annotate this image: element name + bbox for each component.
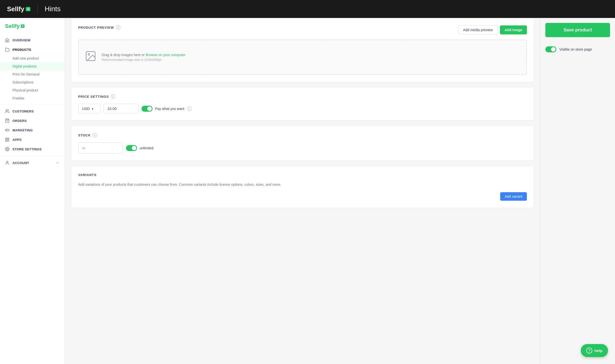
visible-on-store-label: Visible on store page <box>559 47 592 51</box>
account-chevron-icon <box>56 161 60 165</box>
help-button[interactable]: ? Help <box>581 344 608 357</box>
svg-point-10 <box>88 54 90 55</box>
sidebar-item-store-settings[interactable]: Store Settings <box>0 144 65 154</box>
currency-value: USD <box>82 106 90 111</box>
topbar-logo-badge: S <box>26 7 30 11</box>
toggle-thumb-unlimited <box>132 146 136 150</box>
sidebar-logo: Sellfy S <box>0 23 65 35</box>
pay-what-you-want-toggle[interactable] <box>142 106 153 112</box>
sub-nav-products: Add new product Digital products Print O… <box>0 54 65 102</box>
sidebar-overview-label: Overview <box>12 38 30 42</box>
price-row: USD Pay what you want i <box>78 104 527 113</box>
stock-row: unlimited <box>78 142 527 154</box>
sidebar: Sellfy S Overview Products Add new produ… <box>0 18 65 364</box>
topbar-logo: Sellfy S <box>7 5 30 13</box>
visible-on-store-row: Visible on store page <box>545 42 610 52</box>
visible-on-store-toggle[interactable] <box>545 46 556 52</box>
sidebar-item-orders[interactable]: Orders <box>0 116 65 125</box>
help-label: Help <box>594 349 603 353</box>
stock-input[interactable] <box>78 142 123 154</box>
topbar-logo-text: Sellfy <box>7 5 24 13</box>
stock-info-icon[interactable]: i <box>93 133 97 137</box>
marketing-icon <box>5 128 9 132</box>
variants-description: Add variations of your products that cus… <box>78 182 527 187</box>
stock-title: STOCK i <box>78 133 527 137</box>
price-input[interactable] <box>104 104 139 113</box>
preview-header: PRODUCT PREVIEW i Add media preview Add … <box>78 25 527 35</box>
preview-buttons: Add media preview Add image <box>458 25 527 34</box>
svg-rect-4 <box>8 138 9 139</box>
pay-what-you-want-info-icon[interactable]: i <box>187 106 191 111</box>
right-panel: Save product Visible on store page <box>540 18 615 364</box>
orders-icon <box>5 118 9 123</box>
currency-select[interactable]: USD <box>78 104 101 113</box>
layout: Sellfy S Overview Products Add new produ… <box>0 18 615 364</box>
sidebar-store-settings-label: Store Settings <box>12 147 42 151</box>
sidebar-item-print-on-demand[interactable]: Print On Demand <box>0 70 65 78</box>
store-settings-icon <box>5 147 9 151</box>
upload-text: Drag & drop images here or Browse on you… <box>102 53 185 57</box>
home-icon <box>5 38 9 42</box>
svg-marker-2 <box>5 129 7 132</box>
sidebar-account-label: Account <box>12 161 29 165</box>
sidebar-item-freebie[interactable]: Freebie <box>0 94 65 102</box>
nav-divider-2 <box>0 156 65 156</box>
nav-divider-1 <box>0 104 65 104</box>
price-settings-info-icon[interactable]: i <box>111 94 115 99</box>
sidebar-logo-text: Sellfy <box>5 23 20 29</box>
browse-link[interactable]: Browse on your computer <box>146 53 186 57</box>
toggle-thumb <box>147 106 152 111</box>
sidebar-item-subscriptions[interactable]: Subscriptions <box>0 78 65 86</box>
svg-point-8 <box>6 161 8 163</box>
sidebar-apps-label: Apps <box>12 138 21 142</box>
visible-toggle-thumb <box>551 47 556 52</box>
unlimited-toggle[interactable] <box>126 145 137 151</box>
currency-chevron-icon <box>92 106 93 111</box>
upload-area[interactable]: Drag & drop images here or Browse on you… <box>78 40 527 75</box>
price-settings-card: PRICE SETTINGS i USD Pay what you want i <box>71 87 534 121</box>
svg-rect-5 <box>8 140 9 141</box>
sidebar-item-digital-products[interactable]: Digital products <box>0 62 65 70</box>
save-product-button[interactable]: Save product <box>545 23 610 37</box>
sidebar-logo-badge: S <box>21 24 24 28</box>
topbar-title: Hints <box>45 5 61 13</box>
upload-text-area: Drag & drop images here or Browse on you… <box>102 53 185 62</box>
add-variant-button[interactable]: Add variant <box>500 192 527 201</box>
stock-card: STOCK i unlimited <box>71 126 534 161</box>
product-preview-title: PRODUCT PREVIEW i <box>78 25 120 30</box>
apps-icon <box>5 137 9 142</box>
unlimited-label: unlimited <box>140 146 154 150</box>
upload-hint: Recommended image size is 1240x930px <box>102 58 185 62</box>
sidebar-item-marketing[interactable]: Marketing <box>0 125 65 135</box>
sidebar-item-physical-product[interactable]: Physical product <box>0 86 65 94</box>
svg-rect-6 <box>5 140 7 141</box>
sidebar-item-customers[interactable]: Customers <box>0 106 65 116</box>
variants-card: VARIANTS Add variations of your products… <box>71 166 534 208</box>
price-settings-title: PRICE SETTINGS i <box>78 94 527 99</box>
svg-point-0 <box>6 109 7 111</box>
folder-icon <box>5 47 9 52</box>
pay-what-you-want-label: Pay what you want <box>155 107 184 111</box>
add-media-preview-button[interactable]: Add media preview <box>458 25 497 34</box>
sidebar-item-products[interactable]: Products <box>0 45 65 54</box>
product-preview-info-icon[interactable]: i <box>116 25 120 30</box>
sidebar-orders-label: Orders <box>12 119 27 123</box>
variants-title: VARIANTS <box>78 173 527 177</box>
sidebar-item-overview[interactable]: Overview <box>0 35 65 45</box>
sidebar-item-apps[interactable]: Apps <box>0 135 65 144</box>
sidebar-customers-label: Customers <box>12 109 34 113</box>
svg-point-7 <box>7 149 8 150</box>
pay-what-you-want-row: Pay what you want i <box>142 106 191 112</box>
sidebar-products-label: Products <box>12 48 31 52</box>
help-question-icon: ? <box>586 348 592 354</box>
svg-rect-3 <box>5 138 7 139</box>
product-preview-card: PRODUCT PREVIEW i Add media preview Add … <box>71 18 534 82</box>
sidebar-item-account[interactable]: Account <box>0 158 65 168</box>
sidebar-marketing-label: Marketing <box>12 128 33 132</box>
variants-actions: Add variant <box>78 192 527 201</box>
account-icon <box>5 161 9 165</box>
main-content: PRODUCT PREVIEW i Add media preview Add … <box>65 18 540 364</box>
sidebar-item-add-new[interactable]: Add new product <box>0 54 65 62</box>
topbar: Sellfy S Hints <box>0 0 615 18</box>
add-image-button[interactable]: Add image <box>500 25 527 34</box>
